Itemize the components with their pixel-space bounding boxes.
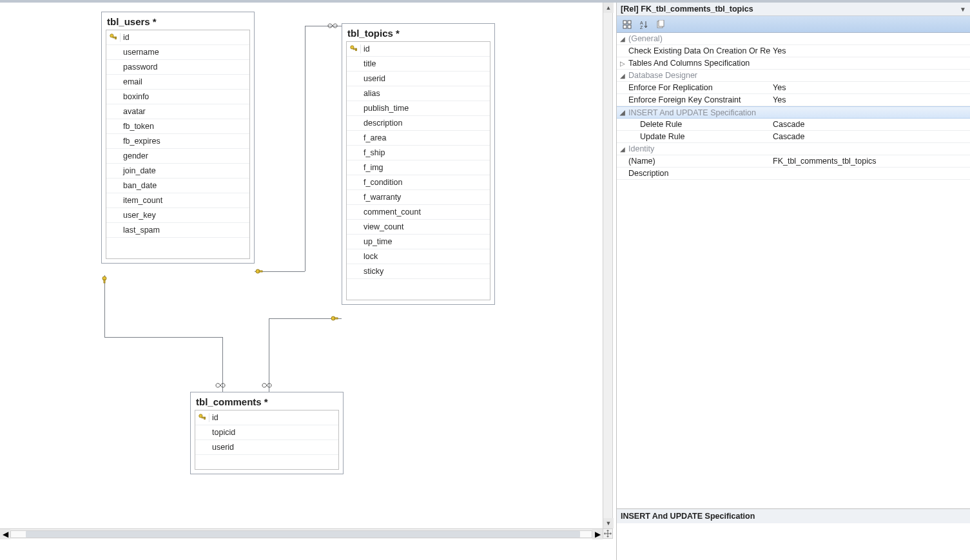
column-name: title [361, 59, 376, 68]
resize-grip[interactable] [603, 528, 613, 539]
table-row[interactable]: userid [195, 440, 338, 455]
collapse-icon[interactable]: ◢ [618, 109, 627, 116]
column-name: f_img [361, 163, 383, 172]
scroll-down-button[interactable]: ▼ [603, 518, 614, 528]
vertical-scrollbar[interactable]: ▲ ▼ [603, 3, 613, 528]
category-database-designer[interactable]: ◢ Database Designer [617, 70, 970, 82]
prop-label: Update Rule [627, 132, 770, 141]
prop-update-rule[interactable]: Update Rule Cascade [617, 131, 970, 143]
prop-enforce-replication[interactable]: Enforce For Replication Yes [617, 82, 970, 94]
prop-delete-rule[interactable]: Delete Rule Cascade [617, 119, 970, 131]
table-row[interactable]: password [106, 60, 249, 75]
svg-rect-19 [623, 25, 626, 28]
chevron-up-icon: ▲ [606, 5, 612, 11]
prop-value[interactable]: Cascade [770, 132, 970, 141]
table-row[interactable]: id [347, 42, 490, 57]
relationship-end-infinity-icon [217, 381, 225, 389]
table-row[interactable]: fb_expires [106, 134, 249, 149]
prop-tables-columns-spec[interactable]: ▷ Tables And Columns Specification [617, 57, 970, 70]
table-row[interactable]: avatar [106, 104, 249, 119]
properties-help-pane: INSERT And UPDATE Specification [617, 508, 970, 560]
category-label: (General) [627, 34, 770, 43]
scroll-left-button[interactable]: ◀ [0, 529, 10, 539]
table-row[interactable]: title [347, 57, 490, 72]
table-row[interactable]: sticky [347, 264, 490, 279]
property-pages-button[interactable] [653, 18, 668, 31]
properties-title-bar[interactable]: [Rel] FK_tbl_comments_tbl_topics ▼ [617, 3, 970, 16]
table-row[interactable]: f_warranty [347, 190, 490, 205]
table-row[interactable]: publish_time [347, 101, 490, 116]
scrollbar-thumb[interactable] [26, 531, 580, 537]
prop-value[interactable]: Yes [770, 95, 970, 104]
category-general[interactable]: ◢ (General) [617, 33, 970, 45]
diagram-canvas[interactable]: tbl_users * id username password email b… [0, 3, 613, 528]
table-row[interactable]: f_condition [347, 175, 490, 190]
table-row[interactable]: view_count [347, 220, 490, 235]
table-row[interactable]: f_img [347, 160, 490, 175]
collapse-icon[interactable]: ◢ [618, 146, 627, 153]
relationship-line[interactable] [104, 337, 222, 338]
table-row[interactable]: alias [347, 86, 490, 101]
relationship-end-key-icon [331, 314, 338, 322]
column-name: boxinfo [121, 92, 149, 101]
prop-value[interactable]: Yes [770, 83, 970, 92]
expand-icon[interactable]: ▷ [618, 60, 627, 67]
prop-enforce-fk-constraint[interactable]: Enforce Foreign Key Constraint Yes [617, 94, 970, 106]
dropdown-icon[interactable]: ▼ [960, 6, 966, 13]
collapse-icon[interactable]: ◢ [618, 72, 627, 79]
table-row[interactable]: topicid [195, 425, 338, 440]
key-icon [347, 44, 361, 53]
table-row[interactable]: ban_date [106, 179, 249, 193]
alphabetical-button[interactable]: AZ [636, 18, 652, 31]
table-row[interactable]: boxinfo [106, 90, 249, 104]
table-row[interactable]: description [347, 116, 490, 131]
table-row[interactable]: f_area [347, 131, 490, 146]
table-body: id username password email boxinfo avata… [106, 30, 250, 259]
table-row[interactable]: id [195, 410, 338, 425]
table-row[interactable]: fb_token [106, 119, 249, 134]
category-label: Identity [627, 144, 770, 153]
scroll-right-button[interactable]: ▶ [592, 529, 603, 539]
table-row[interactable]: comment_count [347, 205, 490, 220]
table-row[interactable]: lock [347, 249, 490, 264]
prop-check-existing-data[interactable]: Check Existing Data On Creation Or Re-En… [617, 45, 970, 57]
table-tbl-topics[interactable]: tbl_topics * id title userid alias publi… [342, 23, 495, 305]
table-row[interactable]: id [106, 30, 249, 45]
table-row[interactable]: f_ship [347, 146, 490, 160]
prop-name[interactable]: (Name) FK_tbl_comments_tbl_topics [617, 155, 970, 168]
pages-icon [656, 20, 665, 29]
relationship-line[interactable] [269, 318, 269, 392]
prop-value[interactable]: FK_tbl_comments_tbl_topics [770, 157, 970, 166]
table-title: tbl_users * [102, 12, 254, 30]
svg-rect-5 [355, 49, 356, 51]
table-row[interactable]: item_count [106, 193, 249, 208]
horizontal-scrollbar[interactable]: ◀ ▶ [0, 528, 603, 539]
collapse-icon[interactable]: ◢ [618, 35, 627, 43]
table-tbl-users[interactable]: tbl_users * id username password email b… [101, 12, 255, 264]
table-row[interactable]: join_date [106, 164, 249, 179]
table-row[interactable]: username [106, 45, 249, 60]
categorized-button[interactable] [619, 18, 635, 31]
prop-label: Check Existing Data On Creation Or Re-En [627, 46, 770, 55]
category-identity[interactable]: ◢ Identity [617, 143, 970, 155]
prop-value[interactable]: Yes [770, 46, 970, 55]
column-name: email [121, 77, 142, 86]
relationship-line[interactable] [305, 26, 306, 271]
table-row[interactable]: gender [106, 149, 249, 164]
column-name: fb_expires [121, 137, 160, 146]
prop-description[interactable]: Description [617, 168, 970, 180]
table-row[interactable]: up_time [347, 235, 490, 249]
scroll-up-button[interactable]: ▲ [603, 3, 614, 13]
category-insert-update-spec[interactable]: ◢ INSERT And UPDATE Specification [617, 106, 970, 119]
table-row[interactable]: email [106, 75, 249, 90]
prop-label: (Name) [627, 157, 770, 166]
properties-grid: ◢ (General) Check Existing Data On Creat… [617, 33, 970, 180]
table-body: id title userid alias publish_time descr… [346, 41, 490, 300]
table-row[interactable]: last_spam [106, 223, 249, 238]
column-name: gender [121, 151, 148, 160]
table-row[interactable]: user_key [106, 208, 249, 223]
prop-value[interactable]: Cascade [770, 120, 970, 129]
table-row[interactable]: userid [347, 72, 490, 86]
relationship-line[interactable] [104, 275, 105, 337]
table-tbl-comments[interactable]: tbl_comments * id topicid userid [190, 392, 344, 474]
